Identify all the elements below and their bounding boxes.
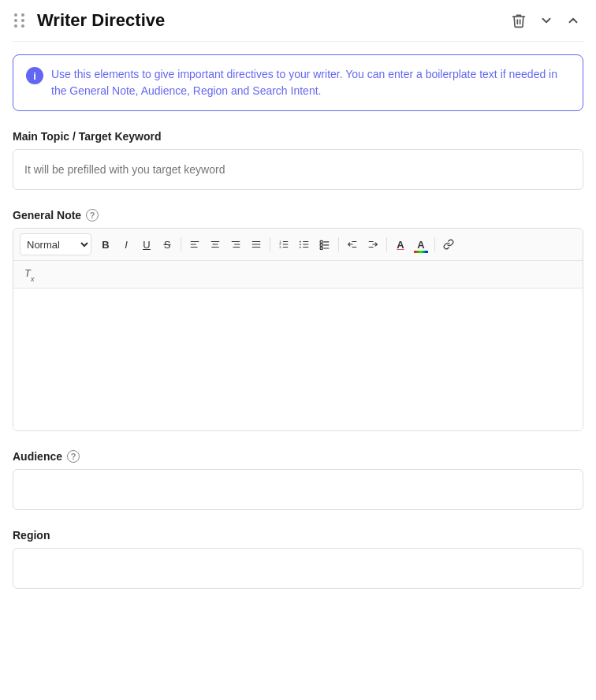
link-icon (443, 239, 454, 250)
unordered-list-icon (299, 239, 310, 250)
delete-icon (511, 13, 527, 28)
general-note-editor-body[interactable] (13, 289, 583, 430)
info-icon: i (26, 67, 43, 84)
general-note-editor: Normal Heading 1 Heading 2 Heading 3 Par… (13, 228, 583, 431)
editor-toolbar: Normal Heading 1 Heading 2 Heading 3 Par… (13, 229, 583, 261)
chevron-down-icon (539, 13, 553, 28)
toolbar-divider-5 (434, 237, 435, 251)
align-center-icon (210, 239, 221, 250)
unordered-list-button[interactable] (295, 234, 314, 255)
align-right-icon (230, 239, 241, 250)
delete-button[interactable] (508, 9, 530, 32)
toolbar-divider-3 (338, 237, 339, 251)
region-label: Region (13, 529, 583, 542)
indent-decrease-icon (347, 239, 358, 250)
svg-point-22 (300, 244, 301, 245)
info-text: Use this elements to give important dire… (51, 66, 570, 99)
keyword-input[interactable] (13, 149, 583, 190)
toolbar-divider-4 (386, 237, 387, 251)
clear-format-button[interactable]: Tx (20, 264, 39, 285)
ordered-list-icon: 1. 2. 3. (278, 239, 289, 250)
region-input[interactable] (13, 548, 583, 589)
keyword-section: Main Topic / Target Keyword (13, 130, 583, 209)
audience-section: Audience ? (13, 450, 583, 529)
general-note-label: General Note ? (13, 209, 583, 222)
italic-button[interactable]: I (117, 234, 136, 255)
align-left-button[interactable] (185, 234, 204, 255)
svg-rect-26 (320, 244, 322, 246)
region-section: Region (13, 529, 583, 608)
indent-increase-icon (367, 239, 378, 250)
align-left-icon (189, 239, 200, 250)
task-list-icon (319, 239, 330, 250)
task-list-button[interactable] (315, 234, 334, 255)
align-right-button[interactable] (226, 234, 245, 255)
format-select[interactable]: Normal Heading 1 Heading 2 Heading 3 Par… (20, 233, 91, 255)
general-note-section: General Note ? Normal Heading 1 Heading … (13, 209, 583, 431)
page-title: Writer Directive (37, 10, 165, 31)
audience-input[interactable] (13, 469, 583, 510)
align-justify-icon (251, 239, 262, 250)
align-justify-button[interactable] (247, 234, 266, 255)
keyword-label: Main Topic / Target Keyword (13, 130, 583, 143)
indent-decrease-button[interactable] (343, 234, 362, 255)
collapse-button[interactable] (536, 10, 557, 31)
indent-increase-button[interactable] (363, 234, 382, 255)
svg-rect-28 (320, 248, 322, 250)
svg-text:3.: 3. (279, 245, 281, 249)
svg-point-21 (300, 241, 301, 243)
audience-help-icon[interactable]: ? (67, 450, 80, 463)
toolbar-divider-2 (270, 237, 270, 251)
toolbar-divider-1 (181, 237, 181, 251)
svg-point-23 (300, 247, 301, 248)
highlight-button[interactable]: A (412, 234, 430, 255)
chevron-up-icon (566, 13, 580, 28)
underline-button[interactable]: U (137, 234, 156, 255)
header-left: Writer Directive (13, 10, 165, 31)
editor-toolbar-row2: Tx (13, 261, 583, 289)
page-header: Writer Directive (13, 0, 583, 42)
text-color-button[interactable]: A (391, 234, 410, 255)
link-button[interactable] (439, 234, 458, 255)
strikethrough-button[interactable]: S (158, 234, 177, 255)
info-box: i Use this elements to give important di… (13, 54, 583, 111)
expand-button[interactable] (563, 10, 583, 31)
header-actions (508, 9, 583, 32)
align-center-button[interactable] (206, 234, 225, 255)
ordered-list-button[interactable]: 1. 2. 3. (274, 234, 293, 255)
bold-button[interactable]: B (96, 234, 115, 255)
general-note-help-icon[interactable]: ? (86, 209, 99, 222)
svg-rect-24 (320, 240, 322, 243)
audience-label: Audience ? (13, 450, 583, 463)
drag-handle[interactable] (13, 12, 28, 29)
